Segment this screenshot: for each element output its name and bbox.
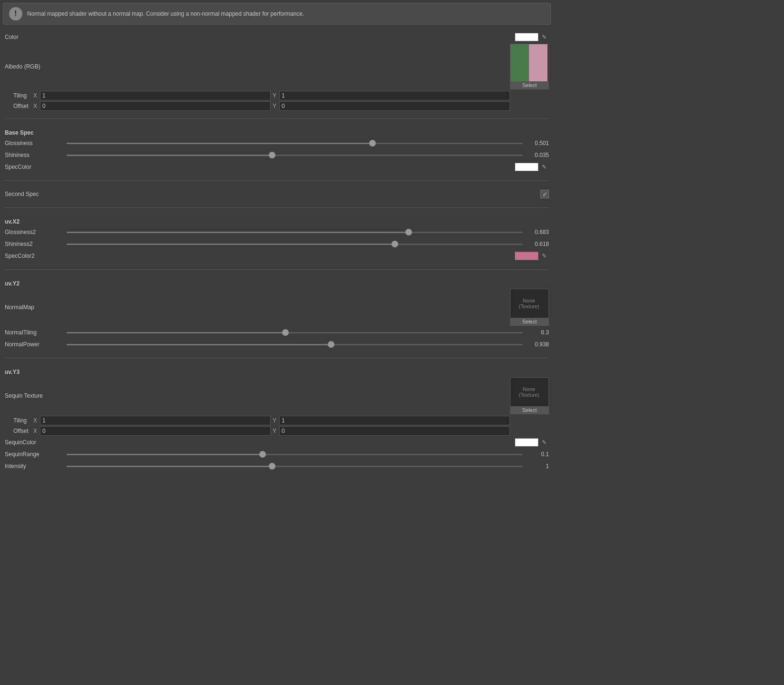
spec-color2-swatch[interactable]: [515, 252, 539, 260]
color-swatch[interactable]: [515, 33, 539, 41]
shininess2-slider[interactable]: [67, 240, 523, 248]
sequin-range-slider[interactable]: [67, 450, 523, 459]
intensity-slider[interactable]: [67, 462, 523, 470]
intensity-row: Intensity 1: [5, 461, 549, 471]
tiling-label: Tiling: [5, 92, 33, 99]
spec-color2-edit-icon[interactable]: ✎: [539, 252, 549, 260]
normalmap-select-button[interactable]: Select: [510, 318, 549, 325]
spec-color2-row: SpecColor2 ✎: [5, 251, 549, 261]
sequin-color-row: SequinColor ✎: [5, 437, 549, 448]
x-label-4: X: [33, 428, 40, 434]
albedo-preview[interactable]: [510, 44, 548, 81]
sequin-texture-label: Sequin Texture: [5, 392, 67, 399]
glossiness-slider[interactable]: [67, 139, 523, 147]
sequin-color-edit-icon[interactable]: ✎: [539, 438, 549, 447]
sequin-color-swatch[interactable]: [515, 438, 539, 447]
sequin-offset-row: Offset X Y: [5, 426, 549, 436]
normalpower-slider[interactable]: [67, 340, 523, 349]
glossiness2-slider[interactable]: [67, 228, 523, 236]
y-label-1: Y: [273, 92, 279, 99]
shininess-row: Shininess 0.035: [5, 150, 549, 160]
sequin-tiling-x[interactable]: [40, 416, 271, 425]
sequin-none-text: None: [523, 386, 535, 392]
sequin-tiling-y[interactable]: [279, 416, 510, 425]
sequin-color-label: SequinColor: [5, 439, 67, 446]
sequin-texture-row: Sequin Texture None (Texture) Select: [5, 377, 549, 414]
sequin-select-button[interactable]: Select: [510, 406, 549, 414]
glossiness-label: Glossiness: [5, 140, 67, 147]
normalmap-none-area[interactable]: None (Texture): [510, 289, 548, 318]
x-label-2: X: [33, 103, 40, 109]
normaltiling-value: 6.3: [523, 329, 549, 336]
albedo-texture-widget: Select: [510, 44, 549, 89]
color-row: Color ✎: [5, 32, 549, 42]
normalmap-none-text: None: [523, 298, 535, 303]
spec-color-label: SpecColor: [5, 164, 67, 170]
albedo-offset-y[interactable]: [279, 101, 510, 111]
normalpower-value: 0.938: [523, 341, 549, 348]
x-label-1: X: [33, 92, 40, 99]
albedo-offset-row: Offset X Y: [5, 101, 549, 111]
glossiness2-value: 0.683: [523, 229, 549, 235]
normalmap-label: NormalMap: [5, 304, 67, 311]
shininess-label: Shininess: [5, 152, 67, 158]
normaltiling-row: NormalTiling 6.3: [5, 327, 549, 338]
sequin-tiling-row: Tiling X Y: [5, 416, 549, 425]
divider-3: [5, 207, 549, 208]
sequin-color-widget: ✎: [515, 438, 549, 447]
intensity-label: Intensity: [5, 463, 67, 470]
albedo-row: Albedo (RGB) Select: [5, 44, 549, 89]
sequin-range-label: SequinRange: [5, 451, 67, 458]
spec-color2-label: SpecColor2: [5, 253, 67, 259]
x-label-3: X: [33, 417, 40, 424]
y-label-4: Y: [273, 428, 279, 434]
spec-color-edit-icon[interactable]: ✎: [539, 163, 549, 171]
color-label: Color: [5, 34, 67, 40]
divider-4: [5, 269, 549, 270]
albedo-offset-x[interactable]: [40, 101, 271, 111]
shininess2-row: Shininess2 0.618: [5, 239, 549, 249]
sequin-offset-y[interactable]: [279, 426, 510, 436]
offset-label: Offset: [5, 103, 33, 109]
glossiness2-row: Glossiness2 0.683: [5, 227, 549, 237]
normalmap-texture-text: (Texture): [519, 303, 539, 309]
warning-message: Normal mapped shader without a normal ma…: [27, 10, 304, 17]
base-spec-title: Base Spec: [5, 129, 549, 136]
shininess-slider[interactable]: [67, 151, 523, 159]
spec-color2-widget: ✎: [515, 252, 549, 260]
sequin-texture-text: (Texture): [519, 392, 539, 398]
divider-5: [5, 358, 549, 358]
sequin-texture-widget: None (Texture) Select: [510, 377, 549, 414]
sequin-offset-label: Offset: [5, 428, 33, 434]
glossiness2-label: Glossiness2: [5, 229, 67, 235]
y-label-3: Y: [273, 417, 279, 424]
normalpower-label: NormalPower: [5, 341, 67, 348]
glossiness-row: Glossiness 0.501: [5, 138, 549, 148]
albedo-tiling-y[interactable]: [279, 91, 510, 100]
normaltiling-slider[interactable]: [67, 328, 523, 337]
albedo-tiling-row: Tiling X Y: [5, 91, 549, 100]
shininess-value: 0.035: [523, 152, 549, 158]
spec-color-swatch[interactable]: [515, 163, 539, 171]
normalmap-row: NormalMap None (Texture) Select: [5, 289, 549, 326]
color-edit-icon[interactable]: ✎: [539, 33, 549, 41]
warning-icon: !: [9, 7, 22, 20]
shininess2-label: Shininess2: [5, 241, 67, 247]
uv-x2-title: uv.X2: [5, 218, 549, 225]
normaltiling-label: NormalTiling: [5, 329, 67, 336]
second-spec-row: Second Spec ✓: [5, 189, 549, 199]
albedo-tiling-x[interactable]: [40, 91, 271, 100]
sequin-range-row: SequinRange 0.1: [5, 449, 549, 460]
sequin-none-area[interactable]: None (Texture): [510, 378, 548, 406]
normalmap-texture-widget: None (Texture) Select: [510, 289, 549, 326]
spec-color-widget: ✎: [515, 163, 549, 171]
sequin-offset-x[interactable]: [40, 426, 271, 436]
second-spec-checkbox[interactable]: ✓: [540, 190, 549, 198]
divider-2: [5, 180, 549, 181]
albedo-select-button[interactable]: Select: [510, 81, 549, 89]
y-label-2: Y: [273, 103, 279, 109]
uv-y2-title: uv.Y2: [5, 280, 549, 287]
uv-y3-title: uv.Y3: [5, 369, 549, 375]
spec-color-row: SpecColor ✎: [5, 162, 549, 172]
color-widget: ✎: [515, 33, 549, 41]
